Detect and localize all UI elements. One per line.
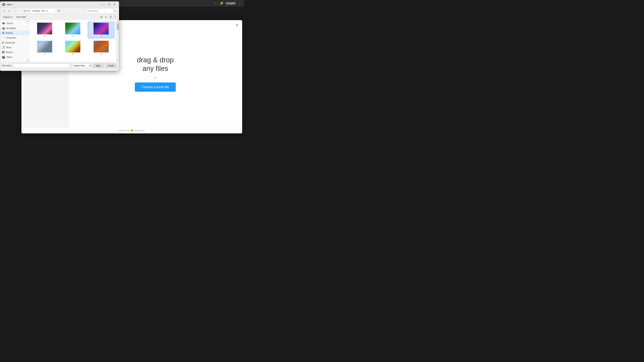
nav-item-documents[interactable]: 📄 Documents: [0, 35, 29, 40]
breadcrumb-thispc: This PC: [23, 10, 30, 12]
downloads-icon: ⬇: [2, 41, 4, 44]
organize-label: Organize: [3, 16, 11, 18]
svg-point-6: [4, 4, 4, 5]
resize-dots-icon: ⣿: [117, 69, 118, 71]
breadcrumb-folder-icon: 📁: [20, 10, 23, 12]
documents-icon: 📄: [2, 36, 5, 39]
file-item-6[interactable]: 6: [88, 40, 114, 56]
3dobjects-icon: 📦: [2, 27, 5, 30]
pictures-icon: 🖼: [2, 51, 4, 54]
breadcrumb-folder: pics: [42, 10, 46, 12]
dialog-window-buttons: — ❐ ✕: [102, 2, 117, 6]
file-open-dialog: Open — ❐ ✕ ◀ ▶ ↑ 📁 This PC › Desktop › p…: [0, 1, 119, 71]
file-thumbnail-2: [65, 23, 80, 34]
file-thumbnail-3: [94, 23, 109, 34]
dialog-scrollbar[interactable]: ▲ ▼: [116, 20, 119, 62]
file-label-2: 2: [72, 35, 73, 37]
dialog-toolbar: ◀ ▶ ↑ 📁 This PC › Desktop › pics ▾ ↻ 🔍: [0, 7, 119, 14]
file-thumbnail-4: [37, 41, 52, 52]
nav-item-videos[interactable]: 🎬 Videos: [0, 55, 29, 59]
file-item-1[interactable]: 1: [31, 22, 58, 38]
breadcrumb-sep1: ›: [31, 10, 32, 12]
nav-item-documents-label: Documents: [6, 37, 16, 39]
view-arrow-btn[interactable]: ▾: [104, 15, 108, 19]
nav-item-3dobjects-label: 3D Objects: [6, 27, 16, 29]
view-tiles-btn[interactable]: ⊞: [99, 15, 104, 19]
nav-scroll-down-btn[interactable]: ▼: [27, 59, 29, 62]
nav-item-downloads-label: Downloads: [5, 41, 15, 44]
organize-button[interactable]: Organize ▾: [2, 15, 14, 19]
view-list-btn[interactable]: ☰: [108, 15, 113, 19]
scroll-down-arrow[interactable]: ▼: [116, 59, 119, 62]
dialog-forward-btn[interactable]: ▶: [7, 8, 12, 13]
uploadcare-close-button[interactable]: ✕: [235, 23, 240, 27]
file-item-4[interactable]: 4: [31, 40, 58, 56]
nav-item-downloads[interactable]: ⬇ Downloads: [0, 40, 29, 45]
filetype-select[interactable]: Custom Files: [72, 63, 92, 68]
breadcrumb-desktop: Desktop: [32, 10, 40, 12]
dialog-resize-handle[interactable]: ⣿: [0, 69, 119, 71]
dialog-cancel-btn[interactable]: Cancel: [105, 63, 117, 68]
files-area: 1 2 3 4: [30, 20, 119, 62]
drag-drop-text: drag & drop any files: [137, 56, 174, 73]
nav-item-pictures[interactable]: 🖼 Pictures: [0, 50, 29, 55]
nav-scroll-up-btn[interactable]: ▲: [27, 20, 29, 23]
filename-label: File name:: [2, 64, 12, 67]
file-item-5[interactable]: 5: [59, 40, 86, 56]
footer-brand: uploadcare: [134, 129, 145, 132]
dialog-minimize-btn[interactable]: —: [102, 2, 106, 6]
breadcrumb-dropdown-icon[interactable]: ▾: [47, 10, 48, 12]
nav-item-pictures-label: Pictures: [6, 51, 13, 53]
dialog-up-btn[interactable]: ↑: [13, 8, 18, 13]
scroll-up-arrow[interactable]: ▲: [116, 20, 119, 23]
file-label-1: 1: [44, 35, 45, 37]
file-label-3: 3: [100, 35, 102, 37]
file-label-6: 6: [100, 53, 102, 55]
dialog-help-btn[interactable]: ?: [113, 15, 118, 19]
dialog-title-text: Open: [6, 3, 100, 6]
dialog-maximize-btn[interactable]: ❐: [107, 2, 112, 6]
videos-icon: 🎬: [2, 55, 5, 59]
dialog-titlebar: Open — ❐ ✕: [0, 1, 119, 7]
file-thumbnail-5: [65, 41, 80, 52]
footer-text: powered by: [118, 129, 130, 132]
dialog-files-grid: 1 2 3 4: [30, 20, 116, 62]
file-item-3[interactable]: 3: [88, 22, 114, 38]
dialog-search-box[interactable]: 🔍: [86, 8, 118, 13]
dialog-back-btn[interactable]: ◀: [2, 8, 6, 13]
dialog-content: ▲ 💻 This PC 📦 3D Objects 🖥 Desktop 📄 Doc…: [0, 20, 119, 62]
uploadcare-footer: powered by uploadcare: [22, 127, 242, 133]
nav-item-music-label: Music: [6, 46, 12, 49]
or-text: or: [154, 76, 156, 79]
file-label-4: 4: [44, 53, 45, 55]
nav-item-3dobjects[interactable]: 📦 3D Objects: [0, 26, 29, 31]
star-icon[interactable]: ☆: [213, 1, 218, 6]
file-thumbnail-6: [94, 41, 109, 52]
nav-item-music[interactable]: 🎵 Music: [0, 45, 29, 50]
nav-item-videos-label: Videos: [6, 56, 12, 58]
dialog-title-icon: [2, 3, 5, 6]
choose-local-file-button[interactable]: Choose a local file: [135, 82, 176, 92]
nav-item-thispc[interactable]: 💻 This PC: [0, 21, 29, 26]
browser-incognito-area: ☆ 🧩 Incognito ⋮: [213, 1, 242, 6]
filename-input[interactable]: [13, 63, 70, 68]
nav-item-thispc-label: This PC: [6, 22, 14, 25]
uploadcare-dot-icon: [131, 129, 133, 132]
file-item-2[interactable]: 2: [59, 22, 86, 38]
search-icon: 🔍: [114, 9, 116, 12]
nav-item-desktop-label: Desktop: [6, 32, 13, 34]
nav-item-desktop[interactable]: 🖥 Desktop: [0, 31, 29, 35]
dialog-breadcrumb[interactable]: 📁 This PC › Desktop › pics ▾: [18, 8, 56, 13]
dialog-actionbar: Organize ▾ New folder ⊞ ▾ ☰ ?: [0, 14, 119, 20]
dialog-refresh-btn[interactable]: ↻: [56, 8, 61, 13]
scroll-thumb[interactable]: [117, 23, 119, 30]
dialog-close-btn[interactable]: ✕: [112, 2, 117, 6]
incognito-badge: Incognito: [225, 2, 236, 5]
dialog-open-btn[interactable]: Open: [93, 63, 104, 68]
new-folder-button[interactable]: New folder: [15, 15, 27, 19]
dialog-search-input[interactable]: [88, 10, 113, 12]
file-thumbnail-1: [37, 23, 52, 34]
more-options-icon[interactable]: ⋮: [238, 1, 242, 6]
dialog-nav-sidebar: ▲ 💻 This PC 📦 3D Objects 🖥 Desktop 📄 Doc…: [0, 20, 30, 62]
puzzle-icon[interactable]: 🧩: [219, 1, 224, 6]
